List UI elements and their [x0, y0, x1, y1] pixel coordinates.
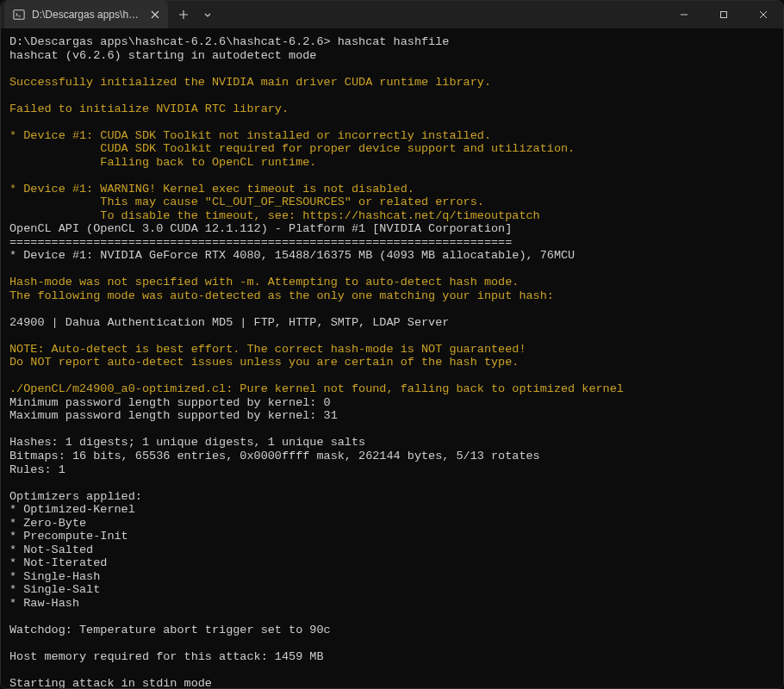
- output-line: Maximum password length supported by ker…: [9, 409, 775, 423]
- output-line: * Single-Salt: [9, 583, 775, 597]
- output-line: [9, 169, 775, 183]
- prompt-line: D:\Descargas apps\hashcat-6.2.6\hashcat-…: [9, 35, 775, 49]
- svg-rect-0: [14, 10, 24, 20]
- output-line: To disable the timeout, see: https://has…: [9, 209, 775, 223]
- output-line: Rules: 1: [9, 463, 775, 477]
- svg-rect-7: [721, 12, 727, 18]
- close-button[interactable]: [744, 1, 783, 28]
- output-line: [9, 115, 775, 129]
- output-line: [9, 423, 775, 437]
- output-line: [9, 89, 775, 102]
- output-line: * Raw-Hash: [9, 597, 775, 611]
- output-line: This may cause "CL_OUT_OF_RESOURCES" or …: [9, 196, 775, 209]
- output-line: OpenCL API (OpenCL 3.0 CUDA 12.1.112) - …: [9, 222, 775, 236]
- window-controls: [664, 1, 783, 28]
- output-line: Do NOT report auto-detect issues unless …: [9, 356, 775, 369]
- output-line: * Device #1: NVIDIA GeForce RTX 4080, 15…: [9, 249, 775, 263]
- output-line: ========================================…: [9, 236, 775, 250]
- output-line: [9, 610, 775, 624]
- output-line: NOTE: Auto-detect is best effort. The co…: [9, 343, 775, 357]
- tab-title: D:\Descargas apps\hashcat-6: [32, 9, 143, 21]
- output-line: Optimizers applied:: [9, 490, 775, 504]
- terminal-output[interactable]: D:\Descargas apps\hashcat-6.2.6\hashcat-…: [1, 28, 783, 688]
- output-line: Failed to initialize NVIDIA RTC library.: [9, 102, 775, 116]
- terminal-icon: [13, 8, 25, 22]
- output-line: [9, 476, 775, 490]
- output-line: * Optimized-Kernel: [9, 503, 775, 517]
- tab-dropdown-button[interactable]: [196, 3, 220, 27]
- output-line: * Device #1: WARNING! Kernel exec timeou…: [9, 183, 775, 196]
- output-line: * Precompute-Init: [9, 530, 775, 543]
- minimize-button[interactable]: [664, 1, 704, 28]
- tab-close-button[interactable]: [150, 8, 161, 22]
- output-line: CUDA SDK Toolkit required for proper dev…: [9, 142, 775, 156]
- output-line: [9, 263, 775, 276]
- output-line: Falling back to OpenCL runtime.: [9, 156, 775, 170]
- output-line: * Device #1: CUDA SDK Toolkit not instal…: [9, 129, 775, 143]
- output-line: Successfully initialized the NVIDIA main…: [9, 76, 775, 90]
- maximize-button[interactable]: [704, 1, 744, 28]
- output-line: ./OpenCL/m24900_a0-optimized.cl: Pure ke…: [9, 382, 775, 396]
- new-tab-button[interactable]: [171, 3, 196, 27]
- titlebar: D:\Descargas apps\hashcat-6: [1, 1, 783, 28]
- output-line: Bitmaps: 16 bits, 65536 entries, 0x0000f…: [9, 450, 775, 463]
- output-line: Starting attack in stdin mode: [9, 677, 775, 688]
- command: hashcat hashfile: [338, 35, 450, 48]
- output-line: * Not-Salted: [9, 543, 775, 557]
- active-tab[interactable]: D:\Descargas apps\hashcat-6: [4, 1, 168, 28]
- output-line: Minimum password length supported by ker…: [9, 396, 775, 410]
- output-line: [9, 329, 775, 343]
- prompt: D:\Descargas apps\hashcat-6.2.6\hashcat-…: [9, 35, 338, 48]
- output-line: [9, 62, 775, 76]
- output-line: Watchdog: Temperature abort trigger set …: [9, 624, 775, 637]
- output-line: [9, 663, 775, 677]
- output-line: Hashes: 1 digests; 1 unique digests, 1 u…: [9, 436, 775, 450]
- output-line: Hash-mode was not specified with -m. Att…: [9, 276, 775, 289]
- output-line: Host memory required for this attack: 14…: [9, 650, 775, 664]
- output-line: [9, 302, 775, 316]
- output-line: * Single-Hash: [9, 570, 775, 584]
- output-line: The following mode was auto-detected as …: [9, 289, 775, 303]
- output-line: hashcat (v6.2.6) starting in autodetect …: [9, 49, 775, 63]
- output-line: 24900 | Dahua Authentication MD5 | FTP, …: [9, 316, 775, 330]
- output-line: [9, 369, 775, 383]
- output-line: [9, 636, 775, 650]
- output-line: * Zero-Byte: [9, 517, 775, 531]
- output-line: * Not-Iterated: [9, 556, 775, 570]
